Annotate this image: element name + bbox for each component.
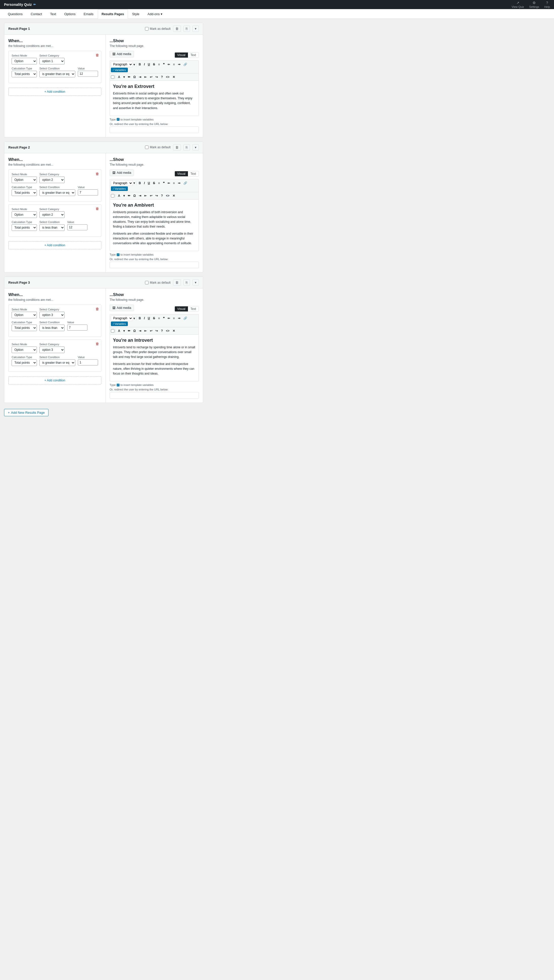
tab-text[interactable]: Text [46,10,60,19]
tab-emails[interactable]: Emails [80,10,97,19]
paragraph-select-1[interactable]: Paragraph [111,62,133,67]
tab-contact[interactable]: Contact [27,10,46,19]
text-tab-1[interactable]: Text [188,52,199,57]
blockquote-btn-1[interactable]: ❝ [162,62,166,67]
indent-btn-1[interactable]: ⇥ [137,75,142,80]
blockquote-btn-3[interactable]: ❝ [162,316,166,321]
align-right-btn-1[interactable]: ⇒ [177,62,181,67]
value-input-3-1[interactable] [67,325,88,331]
condition-select-2-1[interactable]: is greater than or eq [40,189,75,196]
text-tab-2[interactable]: Text [188,171,199,176]
underline-btn-2[interactable]: U [146,181,151,186]
ul-btn-1[interactable]: ≡ [157,62,161,67]
pen-btn-2[interactable]: ✏ [127,193,132,198]
ul-btn-3[interactable]: ≡ [157,316,161,321]
strikethrough-btn-1[interactable]: S [152,62,156,67]
condition-select-2-2[interactable]: is less than [40,224,65,231]
editor-checkbox-3[interactable] [111,329,115,332]
tab-style[interactable]: Style [128,10,143,19]
font-size-btn-2[interactable]: ▾ [122,193,126,198]
pen-btn-3[interactable]: ✏ [127,328,132,333]
add-condition-2-button[interactable]: + Add condition [8,241,101,249]
visual-tab-2[interactable]: Visual [175,171,188,176]
outdent-btn-3[interactable]: ⇤ [143,328,148,333]
add-media-1-button[interactable]: 🖼 Add media [110,51,134,57]
code-btn-2[interactable]: <> [165,193,171,198]
mark-default-checkbox-3[interactable] [145,281,148,285]
collapse-result-page-3-button[interactable]: ▾ [193,279,199,286]
calc-type-3-1[interactable]: Total points [12,325,37,331]
add-condition-3-button[interactable]: + Add condition [8,376,101,384]
select-category-1-1[interactable]: option 1 [40,58,65,64]
align-right-btn-3[interactable]: ⇒ [177,316,181,321]
condition-select-3-1[interactable]: is less than [40,325,65,331]
bold-btn-2[interactable]: B [137,181,142,186]
italic-btn-3[interactable]: I [143,316,146,321]
align-left-btn-1[interactable]: ⇐ [166,62,171,67]
select-mode-2-2[interactable]: Option [12,212,37,218]
variables-btn-1[interactable]: / Variables [111,68,128,72]
delete-condition-3-2-button[interactable]: 🗑 [96,342,99,346]
strikethrough-btn-2[interactable]: S [152,181,156,186]
select-category-3-1[interactable]: option 3 [40,312,65,318]
add-media-3-button[interactable]: 🖼 Add media [110,305,134,311]
edit-title-icon[interactable]: ✏ [33,3,36,6]
omega-btn-1[interactable]: Ω [132,75,137,80]
duplicate-result-page-3-button[interactable]: ⎘ [183,279,190,286]
font-color-btn-2[interactable]: A [117,193,121,198]
indent-btn-2[interactable]: ⇥ [137,193,142,198]
redo-btn-1[interactable]: ↪ [154,75,159,80]
undo-btn-2[interactable]: ↩ [148,193,154,198]
pen-btn-1[interactable]: ✏ [127,75,132,80]
align-center-btn-3[interactable]: ≡ [172,316,176,321]
link-btn-1[interactable]: 🔗 [182,62,188,67]
condition-select-3-2[interactable]: is greater than or eq [40,360,75,366]
delete-condition-2-1-button[interactable]: 🗑 [96,172,99,176]
select-mode-2-1[interactable]: Option [12,177,37,183]
delete-condition-3-1-button[interactable]: 🗑 [96,307,99,311]
help-content-btn-3[interactable]: ? [160,328,164,333]
link-btn-2[interactable]: 🔗 [182,181,188,186]
select-category-2-2[interactable]: option 2 [40,212,65,218]
select-category-3-2[interactable]: option 3 [40,347,65,353]
duplicate-result-page-1-button[interactable]: ⎘ [183,25,190,32]
tab-results-pages[interactable]: Results Pages [98,10,128,19]
redirect-input-3[interactable] [110,392,199,399]
duplicate-result-page-2-button[interactable]: ⎘ [183,144,190,151]
italic-btn-1[interactable]: I [143,62,146,67]
paragraph-select-2[interactable]: Paragraph [111,180,133,186]
text-tab-3[interactable]: Text [188,306,199,312]
variables-btn-2[interactable]: / Variables [111,186,128,191]
underline-btn-1[interactable]: U [146,62,151,67]
calc-type-3-2[interactable]: Total points [12,360,37,366]
align-center-btn-2[interactable]: ≡ [172,181,176,186]
editor-checkbox-2[interactable] [111,194,115,197]
mark-default-checkbox-1[interactable] [145,27,148,30]
link-btn-3[interactable]: 🔗 [182,316,188,321]
editor-content-2[interactable]: You're an Ambivert Ambiverts possess qua… [110,199,199,251]
help-content-btn-1[interactable]: ? [160,75,164,80]
variables-btn-3[interactable]: / Variables [111,321,128,326]
condition-select-1-1[interactable]: is greater than or eq [40,71,75,77]
add-condition-1-button[interactable]: + Add condition [8,88,101,96]
redirect-input-1[interactable] [110,127,199,133]
help-button[interactable]: ? Help [544,1,550,8]
ul-btn-2[interactable]: ≡ [157,181,161,186]
undo-btn-1[interactable]: ↩ [148,75,154,80]
select-mode-1-1[interactable]: Option [12,58,37,64]
select-mode-3-2[interactable]: Option [12,347,37,353]
redo-btn-3[interactable]: ↪ [154,328,159,333]
bold-btn-3[interactable]: B [137,316,142,321]
value-input-1-1[interactable] [78,71,98,77]
redo-btn-2[interactable]: ↪ [154,193,159,198]
editor-checkbox-1[interactable] [111,75,115,79]
omega-btn-2[interactable]: Ω [132,193,137,198]
collapse-result-page-2-button[interactable]: ▾ [193,144,199,151]
font-color-btn-3[interactable]: A [117,328,121,333]
font-color-btn-1[interactable]: A [117,75,121,80]
bold-btn-1[interactable]: B [137,62,142,67]
undo-btn-3[interactable]: ↩ [148,328,154,333]
italic-btn-2[interactable]: I [143,181,146,186]
delete-condition-1-1-button[interactable]: 🗑 [96,53,99,57]
add-new-results-page-button[interactable]: + Add New Results Page [4,409,48,416]
